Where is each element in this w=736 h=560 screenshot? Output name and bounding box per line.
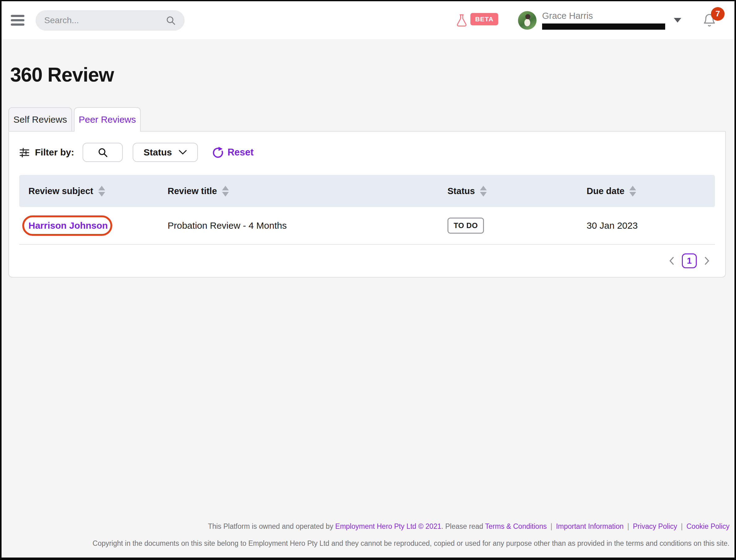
footer-link-important-information[interactable]: Important Information [556, 522, 624, 530]
notifications-button[interactable]: 7 [702, 13, 717, 28]
column-label: Review subject [28, 186, 93, 196]
footer-separator: | [628, 522, 629, 530]
user-name: Grace Harris [542, 11, 665, 21]
topbar: BETA Grace Harris 7 [2, 1, 734, 39]
filter-sliders-icon [19, 147, 29, 157]
column-header-status[interactable]: Status [448, 186, 587, 197]
notification-count-badge: 7 [711, 7, 725, 21]
status-filter-label: Status [143, 147, 172, 158]
column-label: Review title [168, 186, 217, 196]
app-window: BETA Grace Harris 7 360 Review Self Revi… [0, 0, 736, 560]
cell-review-subject: Harrison Johnson [19, 220, 168, 231]
column-label: Due date [587, 186, 624, 196]
filter-bar: Filter by: Status [19, 143, 725, 162]
footer-link-terms[interactable]: Terms & Conditions [485, 522, 547, 530]
sort-icon[interactable] [98, 186, 105, 197]
footer-separator: | [681, 522, 683, 530]
search-icon [165, 15, 176, 26]
reset-filters-button[interactable]: Reset [212, 147, 253, 158]
row-divider [19, 244, 715, 245]
reset-icon [212, 147, 223, 158]
footer-text: . Please read [441, 522, 485, 530]
cell-due-date: 30 Jan 2023 [587, 220, 716, 231]
chevron-down-icon [179, 150, 187, 155]
beta-indicator: BETA [455, 12, 498, 28]
footer-copyright: Copyright in the documents on this site … [2, 539, 730, 548]
peer-reviews-panel: Filter by: Status [8, 131, 726, 278]
tabs: Self Reviews Peer Reviews [8, 107, 734, 131]
footer-link-company[interactable]: Employment Hero Pty Ltd © 2021 [335, 522, 441, 530]
tab-peer-reviews[interactable]: Peer Reviews [74, 107, 141, 131]
table-row: Harrison Johnson Probation Review - 4 Mo… [19, 207, 715, 244]
redacted-email-bar [542, 23, 665, 30]
next-page-button[interactable] [704, 257, 710, 265]
status-badge: TO DO [448, 218, 484, 234]
main-content: 360 Review Self Reviews Peer Reviews Fil… [2, 63, 734, 278]
tab-self-reviews[interactable]: Self Reviews [8, 107, 72, 131]
page-number-button[interactable]: 1 [682, 253, 697, 268]
page-title: 360 Review [10, 63, 734, 86]
column-header-due-date[interactable]: Due date [587, 186, 716, 197]
previous-page-button[interactable] [669, 257, 674, 265]
avatar[interactable] [518, 11, 537, 30]
column-header-review-title[interactable]: Review title [168, 186, 448, 197]
search-input[interactable] [44, 15, 165, 25]
chevron-left-icon [669, 257, 674, 265]
hamburger-menu-icon[interactable] [11, 15, 24, 26]
search-icon [97, 147, 108, 158]
flask-icon [455, 12, 469, 28]
caret-down-icon[interactable] [674, 18, 681, 23]
sort-icon[interactable] [480, 186, 487, 197]
sort-icon[interactable] [629, 186, 636, 197]
footer-link-privacy-policy[interactable]: Privacy Policy [633, 522, 677, 530]
chevron-right-icon [704, 257, 710, 265]
footer-separator: | [551, 522, 552, 530]
user-block: Grace Harris [542, 11, 665, 30]
footer-link-cookie-policy[interactable]: Cookie Policy [687, 522, 730, 530]
table-header: Review subject Review title Status Due d… [19, 175, 715, 207]
footer-line1: This Platform is owned and operated by E… [2, 522, 730, 531]
beta-badge: BETA [470, 13, 498, 25]
footer-text: This Platform is owned and operated by [208, 522, 335, 530]
pagination: 1 [9, 253, 710, 268]
filter-search-button[interactable] [83, 143, 123, 162]
cell-status: TO DO [448, 218, 587, 234]
global-search[interactable] [36, 10, 185, 31]
review-subject-link[interactable]: Harrison Johnson [28, 220, 108, 231]
reset-label: Reset [228, 147, 253, 158]
status-filter-dropdown[interactable]: Status [133, 143, 198, 162]
sort-icon[interactable] [222, 186, 229, 197]
column-label: Status [448, 186, 475, 196]
column-header-review-subject[interactable]: Review subject [19, 186, 168, 197]
footer: This Platform is owned and operated by E… [2, 522, 734, 548]
cell-review-title: Probation Review - 4 Months [168, 220, 448, 231]
filter-by-label: Filter by: [35, 147, 74, 158]
